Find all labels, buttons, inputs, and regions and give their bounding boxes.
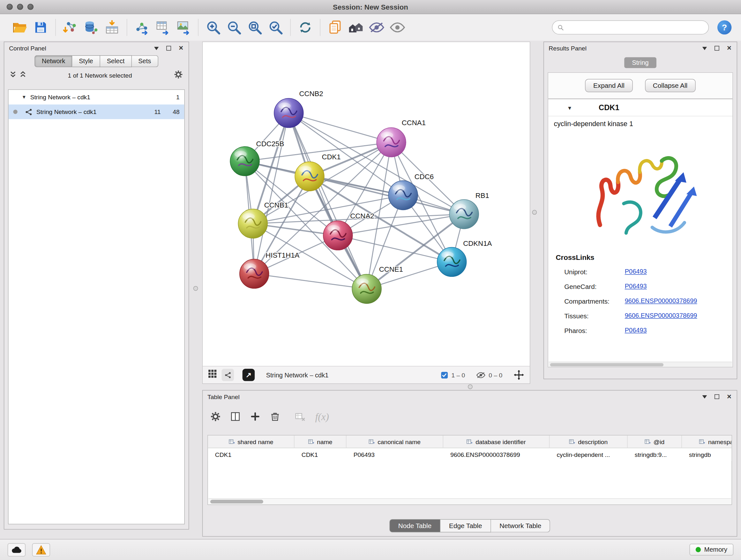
crosslink-link[interactable]: P06493 <box>625 268 647 275</box>
network-edge[interactable] <box>289 113 367 289</box>
network-edge[interactable] <box>254 273 367 289</box>
results-horizontal-scrollbar[interactable] <box>549 362 732 367</box>
table-options-gear-button[interactable] <box>210 411 222 423</box>
import-network-file-button[interactable] <box>60 17 81 38</box>
collapse-all-button[interactable]: Collapse All <box>645 79 696 92</box>
panel-float-button[interactable] <box>713 393 721 401</box>
table-row[interactable]: CDK1 CDK1 P06493 9606.ENSP00000378699 cy… <box>208 448 732 461</box>
table-horizontal-scrollbar[interactable] <box>208 498 731 504</box>
network-node-hist1h1a[interactable] <box>240 259 269 289</box>
protein-section-header[interactable]: ▼ CDK1 <box>548 99 733 116</box>
collection-caret-icon[interactable]: ▼ <box>22 95 26 100</box>
panel-float-button[interactable] <box>165 44 173 52</box>
help-button[interactable]: ? <box>718 20 731 35</box>
warning-button[interactable] <box>32 543 50 556</box>
cell-canonical-name[interactable]: P06493 <box>346 448 443 461</box>
tab-network-table[interactable]: Network Table <box>491 519 550 532</box>
cell-shared-name[interactable]: CDK1 <box>208 448 294 461</box>
cloud-button[interactable] <box>8 543 25 556</box>
crosslink-link[interactable]: 9606.ENSP00000378699 <box>625 312 697 319</box>
collapse-all-tree-button[interactable] <box>20 71 26 79</box>
import-network-database-button[interactable] <box>81 17 102 38</box>
tab-sets[interactable]: Sets <box>131 55 158 67</box>
crosslink-link[interactable]: 9606.ENSP00000378699 <box>625 297 697 304</box>
cell-name[interactable]: CDK1 <box>294 448 347 461</box>
expand-all-button[interactable]: Expand All <box>585 79 632 92</box>
network-node-cdk1[interactable] <box>295 162 324 191</box>
zoom-selected-button[interactable] <box>265 17 286 38</box>
network-collection-row[interactable]: ▼ String Network – cdk1 1 <box>9 90 185 105</box>
network-node-ccne1[interactable] <box>352 274 381 304</box>
create-column-button[interactable] <box>250 411 261 423</box>
export-table-button[interactable] <box>152 17 173 38</box>
hide-graphics-details-button[interactable] <box>366 17 387 38</box>
window-zoom-button[interactable] <box>27 4 33 10</box>
export-image-button[interactable] <box>173 17 194 38</box>
open-in-window-button[interactable]: ↗ <box>243 369 255 381</box>
cell-id[interactable]: stringdb:9... <box>628 448 682 461</box>
column-header-name[interactable]: name <box>294 435 347 448</box>
network-node-cdc25b[interactable] <box>230 146 259 176</box>
show-graphics-details-button[interactable] <box>387 17 408 38</box>
zoom-fit-button[interactable] <box>245 17 265 38</box>
zoom-out-button[interactable] <box>223 17 244 38</box>
column-header-database-identifier[interactable]: database identifier <box>443 435 549 448</box>
show-columns-button[interactable] <box>230 411 242 423</box>
column-header-namespace[interactable]: namespace <box>682 435 732 448</box>
right-splitter-handle[interactable] <box>532 210 537 215</box>
column-header-description[interactable]: description <box>549 435 627 448</box>
tab-network[interactable]: Network <box>35 55 72 67</box>
horizontal-splitter-handle[interactable] <box>468 384 473 389</box>
search-input[interactable] <box>567 24 704 31</box>
panel-float-button[interactable] <box>713 44 721 52</box>
selected-checkbox-icon[interactable] <box>441 371 448 378</box>
export-network-button[interactable] <box>131 17 152 38</box>
network-node-cdkn1a[interactable] <box>437 247 467 276</box>
save-session-button[interactable] <box>30 17 51 38</box>
tab-select[interactable]: Select <box>100 55 132 67</box>
panel-menu-button[interactable] <box>152 44 160 52</box>
expand-all-tree-button[interactable] <box>10 71 16 79</box>
window-minimize-button[interactable] <box>17 4 23 10</box>
panel-close-button[interactable]: × <box>725 393 733 401</box>
network-edge[interactable] <box>289 113 391 142</box>
cell-description[interactable]: cyclin-dependent ... <box>549 448 627 461</box>
network-node-ccna1[interactable] <box>377 128 406 157</box>
pan-move-icon[interactable] <box>514 370 524 380</box>
network-row-selected[interactable]: String Network – cdk1 11 48 <box>9 105 185 119</box>
string-results-tab[interactable]: String <box>624 57 657 68</box>
network-node-ccna2[interactable] <box>323 221 353 250</box>
delete-column-button[interactable] <box>270 411 281 423</box>
cell-namespace[interactable]: stringdb <box>682 448 732 461</box>
crosslink-link[interactable]: P06493 <box>625 327 647 334</box>
left-splitter-handle[interactable] <box>193 286 198 291</box>
birds-eye-view-button[interactable] <box>208 370 217 380</box>
panel-close-button[interactable]: × <box>177 44 185 52</box>
hidden-eye-slash-icon[interactable] <box>476 372 485 378</box>
column-header-id[interactable]: @id <box>628 435 682 448</box>
panel-menu-button[interactable] <box>701 393 709 401</box>
documents-button[interactable] <box>325 17 345 38</box>
network-edge[interactable] <box>254 113 289 273</box>
tab-edge-table[interactable]: Edge Table <box>441 519 491 532</box>
zoom-in-button[interactable] <box>203 17 223 38</box>
open-session-button[interactable] <box>10 17 30 38</box>
network-node-ccnb2[interactable] <box>274 98 304 128</box>
home-button[interactable] <box>346 17 366 38</box>
tab-style[interactable]: Style <box>72 55 100 67</box>
string-view-button[interactable] <box>222 369 234 381</box>
network-edge[interactable] <box>338 235 452 262</box>
window-close-button[interactable] <box>7 4 13 10</box>
panel-menu-button[interactable] <box>701 44 709 52</box>
tab-node-table[interactable]: Node Table <box>389 519 441 532</box>
column-header-canonical-name[interactable]: canonical name <box>346 435 443 448</box>
import-table-button[interactable] <box>102 17 122 38</box>
panel-close-button[interactable]: × <box>725 44 733 52</box>
cell-database-identifier[interactable]: 9606.ENSP00000378699 <box>443 448 549 461</box>
apply-layout-button[interactable] <box>295 17 316 38</box>
column-header-shared-name[interactable]: shared name <box>208 435 294 448</box>
crosslink-link[interactable]: P06493 <box>625 283 647 290</box>
network-node-ccnb1[interactable] <box>238 209 267 239</box>
network-node-cdc6[interactable] <box>388 181 418 210</box>
network-node-rb1[interactable] <box>449 199 479 229</box>
